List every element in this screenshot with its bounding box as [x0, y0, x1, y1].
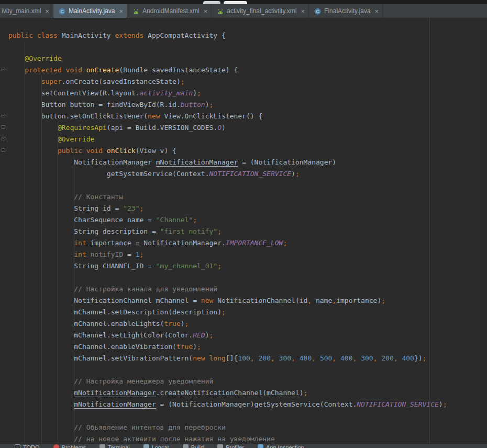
code-token: ) — [291, 170, 295, 178]
fold-marker[interactable] — [2, 125, 5, 129]
code-token: String CHANNEL_ID = — [8, 262, 156, 270]
close-icon[interactable]: × — [45, 8, 49, 15]
code-line[interactable]: int notifyID = 1; — [8, 249, 487, 260]
code-line[interactable]: NotificationManager mNotificationManager… — [8, 157, 487, 168]
code-line[interactable]: mChannel.enableVibration(true); — [8, 341, 487, 353]
code-token: .createNotificationChannel(mChannel) — [156, 389, 304, 397]
code-line[interactable]: mChannel.setLightColor(Color.RED); — [8, 330, 487, 341]
code-token: NotificationChannel mChannel = — [8, 297, 201, 304]
tab-androidmanifest-xml[interactable]: AndroidManifest.xml× — [127, 4, 212, 18]
fold-marker[interactable] — [2, 68, 5, 71]
code-line[interactable]: super.onCreate(savedInstanceState); — [8, 76, 487, 88]
code-line[interactable]: CharSequence name = "Channel"; — [8, 214, 487, 226]
code-line[interactable]: String description = "first notify"; — [8, 226, 487, 237]
code-line[interactable]: mChannel.setDescription(description); — [8, 307, 487, 318]
code-line[interactable]: mNotificationManager = (NotificationMana… — [8, 399, 487, 410]
indent-guide — [25, 41, 25, 443]
code-line[interactable]: Button button = findViewById(R.id.button… — [8, 99, 487, 111]
code-line[interactable]: public class MainActivity extends AppCom… — [8, 30, 487, 41]
close-icon[interactable]: × — [375, 8, 379, 15]
code-line[interactable]: String CHANNEL_ID = "my_channel_01"; — [8, 260, 487, 272]
code-line[interactable]: mChannel.enableLights(true); — [8, 318, 487, 330]
close-icon[interactable]: × — [119, 8, 123, 15]
code-token: importance = NotificationManager. — [86, 239, 226, 247]
fold-marker[interactable] — [2, 148, 5, 152]
code-token: mNotificationManager — [156, 158, 238, 166]
run-toolbar-widget[interactable] — [224, 1, 247, 4]
code-line[interactable]: setContentView(R.layout.activity_main); — [8, 88, 487, 99]
code-line[interactable]: button.setOnClickListener(new View.OnCli… — [8, 111, 487, 122]
toolwindow-label: Problems — [62, 444, 86, 448]
code-token: ) — [439, 400, 443, 408]
code-content[interactable]: public class MainActivity extends AppCom… — [0, 18, 487, 443]
code-token: name — [312, 297, 332, 304]
code-line[interactable]: // Обьявление интентов для переброски — [8, 422, 487, 433]
code-line[interactable] — [8, 410, 487, 422]
code-token: , — [394, 354, 402, 362]
code-token: new — [193, 354, 205, 362]
run-toolbar-widget[interactable] — [203, 1, 220, 4]
tab-activity-main-xml[interactable]: ivity_main.xml× — [0, 4, 53, 18]
code-line[interactable]: // Константы — [8, 191, 487, 203]
code-line[interactable]: String id = "23"; — [8, 203, 487, 214]
code-token: , — [271, 354, 279, 362]
code-line[interactable]: int importance = NotificationManager.IMP… — [8, 237, 487, 249]
code-token: mChannel.enableLights( — [8, 320, 164, 327]
code-token: ; — [197, 89, 201, 97]
tab-activity-final-activtity-xml[interactable]: activity_final_activtity.xml× — [212, 4, 309, 18]
code-line[interactable]: protected void onCreate(Bundle savedInst… — [8, 64, 487, 76]
toolwindow-button-todo[interactable]: TODO — [15, 444, 40, 448]
code-line[interactable]: NotificationChannel mChannel = new Notif… — [8, 295, 487, 307]
code-token: onClick — [107, 147, 136, 155]
code-token: 200 — [258, 354, 270, 362]
close-icon[interactable]: × — [204, 8, 208, 15]
code-token: ; — [197, 343, 201, 351]
toolwindow-button-terminal[interactable]: Terminal — [99, 444, 130, 448]
logcat-icon — [143, 444, 149, 448]
code-line[interactable] — [8, 41, 487, 53]
code-token — [86, 250, 91, 258]
code-token: ; — [381, 297, 385, 304]
code-line[interactable] — [8, 180, 487, 191]
code-token: NOTIFICATION_SERVICE — [209, 170, 292, 178]
code-token: ; — [217, 262, 222, 270]
toolwindow-button-app-inspection[interactable]: App Inspection — [258, 444, 304, 448]
code-line[interactable] — [8, 272, 487, 283]
toolwindow-label: Terminal — [108, 444, 130, 448]
svg-text:C: C — [60, 8, 63, 14]
close-icon[interactable]: × — [301, 8, 305, 15]
code-line[interactable] — [8, 364, 487, 376]
code-line[interactable]: mChannel.setVibrationPattern(new long[]{… — [8, 353, 487, 364]
code-token: CharSequence name = — [8, 216, 156, 224]
toolwindow-button-build[interactable]: Build — [183, 444, 204, 448]
code-token: Button button = findViewById(R.id. — [8, 101, 181, 108]
indent-guide — [74, 157, 74, 443]
code-line[interactable]: getSystemService(Context.NOTIFICATION_SE… — [8, 168, 487, 180]
code-line[interactable]: // Настройка канала для уведомлений — [8, 283, 487, 295]
android-icon — [132, 7, 140, 15]
code-token: 500 — [320, 354, 332, 362]
code-token: ; — [181, 78, 185, 85]
code-line[interactable]: @RequiresApi(api = Build.VERSION_CODES.O… — [8, 122, 487, 134]
fold-marker[interactable] — [2, 114, 5, 117]
code-line[interactable]: @Override — [8, 134, 487, 145]
code-token: ; — [295, 170, 300, 178]
code-token: = (NotificationManager) — [238, 158, 336, 166]
code-line[interactable]: @Override — [8, 53, 487, 64]
code-line[interactable]: public void onClick(View v) { — [8, 145, 487, 157]
code-line[interactable]: mNotificationManager.createNotificationC… — [8, 387, 487, 399]
tab-finalactivity-java[interactable]: CFinalActivity.java× — [309, 4, 383, 18]
code-line[interactable]: // Настройка менеджера уведомлений — [8, 376, 487, 387]
toolwindow-button-problems[interactable]: Problems — [53, 444, 86, 448]
code-line[interactable]: // на новое активити после нажатия на ув… — [8, 433, 487, 443]
toolwindow-button-logcat[interactable]: Logcat — [143, 444, 169, 448]
code-token: ; — [423, 354, 427, 362]
fold-marker[interactable] — [2, 137, 5, 140]
code-token: 200 — [381, 354, 393, 362]
code-token: ; — [193, 216, 197, 224]
code-token: mNotificationManager — [74, 389, 156, 397]
tab-mainactivity-java[interactable]: CMainActivity.java× — [53, 4, 127, 18]
code-token: ) — [193, 343, 197, 351]
code-editor[interactable]: public class MainActivity extends AppCom… — [0, 18, 487, 443]
toolwindow-button-profiler[interactable]: Profiler — [217, 444, 244, 448]
